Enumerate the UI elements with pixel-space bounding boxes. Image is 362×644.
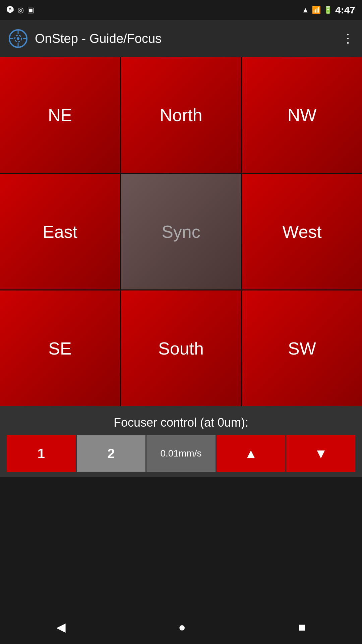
sd-card-icon: ▣ [27, 6, 34, 14]
app-title: OnStep - Guide/Focus [35, 32, 162, 46]
north-button[interactable]: North [121, 57, 241, 173]
focuser-down-button[interactable]: ▼ [286, 435, 355, 472]
west-button[interactable]: West [242, 174, 362, 289]
focuser-controls: 1 2 0.01mm/s ▲ ▼ [7, 435, 355, 472]
settings-icon: ◎ [17, 6, 24, 14]
svg-point-1 [17, 37, 19, 40]
status-left-icons: 🅐 ◎ ▣ [7, 6, 34, 14]
nav-bar: ◀ ● ■ [0, 610, 362, 644]
nav-recent-button[interactable]: ■ [298, 620, 306, 634]
signal-icon: 📶 [312, 6, 321, 14]
nav-home-button[interactable]: ● [178, 620, 186, 634]
wifi-icon: ▲ [302, 6, 309, 14]
menu-icon[interactable]: ⋮ [342, 32, 354, 46]
focuser-2-button[interactable]: 2 [77, 435, 146, 472]
sync-button[interactable]: Sync [121, 174, 241, 289]
app-icon [8, 29, 28, 49]
focuser-title: Focuser control (at 0um): [7, 416, 355, 430]
focuser-1-button[interactable]: 1 [7, 435, 76, 472]
east-button[interactable]: East [0, 174, 120, 289]
focuser-speed-button[interactable]: 0.01mm/s [146, 435, 216, 472]
app-bar-left: OnStep - Guide/Focus [8, 29, 162, 49]
status-bar: 🅐 ◎ ▣ ▲ 📶 🔋 4:47 [0, 0, 362, 20]
status-right-icons: ▲ 📶 🔋 4:47 [302, 4, 355, 16]
ne-button[interactable]: NE [0, 57, 120, 173]
battery-icon: 🔋 [323, 6, 333, 14]
focuser-section: Focuser control (at 0um): 1 2 0.01mm/s ▲… [0, 406, 362, 477]
south-button[interactable]: South [121, 290, 241, 406]
text-icon: 🅐 [7, 6, 14, 14]
nav-back-button[interactable]: ◀ [56, 620, 66, 634]
sw-button[interactable]: SW [242, 290, 362, 406]
direction-grid: NE North NW East Sync West SE South SW [0, 57, 362, 406]
app-bar: OnStep - Guide/Focus ⋮ [0, 20, 362, 57]
nw-button[interactable]: NW [242, 57, 362, 173]
status-time: 4:47 [335, 4, 355, 16]
se-button[interactable]: SE [0, 290, 120, 406]
focuser-up-button[interactable]: ▲ [217, 435, 286, 472]
